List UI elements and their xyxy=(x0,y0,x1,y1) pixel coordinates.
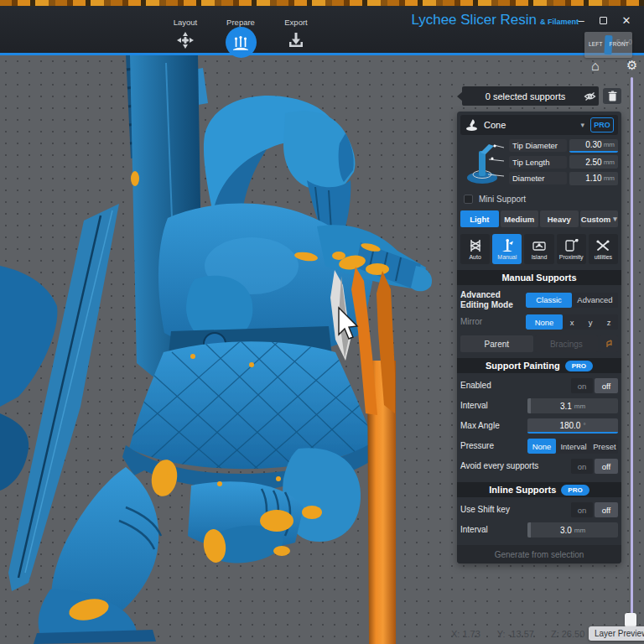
selected-supports-count: 0 selected supports xyxy=(470,91,580,101)
use-shift-label: Use Shift key xyxy=(460,505,571,515)
pro-badge: PRO xyxy=(561,485,589,496)
diameter-input[interactable]: 1.10mm xyxy=(569,172,618,185)
support-diagram xyxy=(460,138,509,186)
mirror-label: Mirror xyxy=(460,317,526,327)
max-angle-input[interactable]: 180.0° xyxy=(527,418,618,434)
viewcube-left-label: LEFT xyxy=(589,41,603,47)
enabled-label: Enabled xyxy=(460,381,571,391)
editing-classic-button[interactable]: Classic xyxy=(526,293,572,308)
tab-layout[interactable]: Layout xyxy=(166,18,205,50)
max-angle-label: Max Angle xyxy=(460,421,527,431)
pressure-row: Pressure None Interval Preset xyxy=(460,439,618,454)
close-button[interactable]: ✕ xyxy=(619,13,634,28)
tab-prepare[interactable]: Prepare xyxy=(221,18,260,56)
tab-prepare-label: Prepare xyxy=(226,18,255,27)
bracings-settings-button[interactable] xyxy=(600,335,618,352)
inline-interval-input[interactable]: 3.0mm xyxy=(527,522,618,538)
coord-x: X: 1.73 xyxy=(451,629,480,639)
prepare-supports-icon xyxy=(227,29,255,56)
app-title: Lychee Slicer Resin& Filament xyxy=(411,12,579,29)
weight-medium-button[interactable]: Medium xyxy=(501,210,539,227)
caret-down-icon: ▾ xyxy=(580,121,584,129)
gear-icon: ⚙ xyxy=(626,58,637,72)
generate-from-selection-button[interactable]: Generate from selection xyxy=(457,545,621,564)
tab-export-label: Export xyxy=(284,18,307,27)
pressure-none-button[interactable]: None xyxy=(527,439,556,454)
pressure-segment: None Interval Preset xyxy=(527,439,618,454)
weight-custom-button[interactable]: Custom▾ xyxy=(580,210,619,227)
pressure-preset-button[interactable]: Preset xyxy=(591,439,618,454)
shift-off-button[interactable]: off xyxy=(595,502,618,517)
enabled-on-button[interactable]: on xyxy=(571,378,593,393)
viewcube-front-label: FRONT xyxy=(610,41,629,47)
mini-support-checkbox[interactable] xyxy=(464,195,473,204)
mirror-x-button[interactable]: x xyxy=(563,314,581,330)
mode-tabs: Layout Prepare Export xyxy=(166,18,315,56)
mirror-z-button[interactable]: z xyxy=(600,314,618,330)
cone-icon xyxy=(465,118,479,132)
tip-diameter-row: Tip Diameter 0.30mm xyxy=(509,138,618,153)
painting-interval-row: Interval 3.1mm xyxy=(460,398,618,413)
drag-handle[interactable] xyxy=(527,398,531,413)
maximize-button[interactable] xyxy=(595,13,610,28)
inline-supports-title: Inline Supports PRO xyxy=(457,482,621,497)
bracings-button[interactable]: Bracings xyxy=(535,335,598,352)
tip-parameters: Tip Diameter 0.30mm Tip Length 2.50mm Di… xyxy=(460,138,618,186)
tool-manual-button[interactable]: Manual xyxy=(492,234,522,264)
supports-panel: 0 selected supports Cone ▾ PRO xyxy=(457,86,621,564)
home-view-button[interactable]: ⌂ xyxy=(591,60,600,73)
settings-button[interactable]: ⚙ xyxy=(626,59,637,71)
painting-interval-input[interactable]: 3.1mm xyxy=(527,398,618,413)
delete-supports-button[interactable] xyxy=(603,88,621,104)
pro-badge: PRO xyxy=(565,361,593,371)
tab-export[interactable]: Export xyxy=(277,18,315,50)
mirror-y-button[interactable]: y xyxy=(581,314,600,330)
home-icon: ⌂ xyxy=(591,59,600,73)
maximize-icon xyxy=(600,17,607,24)
mirror-none-button[interactable]: None xyxy=(526,314,563,330)
diameter-label: Diameter xyxy=(509,172,567,184)
selected-supports-bar: 0 selected supports xyxy=(462,86,599,106)
island-detection-icon xyxy=(532,239,547,252)
avoid-on-button[interactable]: on xyxy=(571,459,593,474)
drag-handle[interactable] xyxy=(527,522,531,538)
support-painting-title: Support Painting PRO xyxy=(457,358,621,373)
support-tip-type-select[interactable]: Cone ▾ PRO xyxy=(460,115,618,135)
enabled-toggle: on off xyxy=(571,378,618,393)
tool-auto-button[interactable]: Auto xyxy=(460,234,490,264)
tip-diameter-input[interactable]: 0.30mm xyxy=(569,139,618,153)
use-shift-toggle: on off xyxy=(571,502,618,517)
pressure-interval-button[interactable]: Interval xyxy=(556,439,591,454)
tip-length-input[interactable]: 2.50mm xyxy=(569,155,618,169)
layer-slider-handle[interactable] xyxy=(625,613,636,627)
weight-light-button[interactable]: Light xyxy=(460,210,499,227)
tip-length-row: Tip Length 2.50mm xyxy=(509,155,618,169)
mini-support-row: Mini Support xyxy=(460,192,618,205)
layout-move-icon xyxy=(175,30,195,50)
avoid-off-button[interactable]: off xyxy=(595,459,618,474)
mini-support-label: Mini Support xyxy=(479,195,526,204)
bracings-settings-icon xyxy=(605,339,614,349)
tool-utilities-button[interactable]: utilities xyxy=(589,234,618,264)
hide-supports-button[interactable] xyxy=(580,88,599,104)
minimize-button[interactable]: – xyxy=(574,13,589,28)
parent-bracings-row: Parent Bracings xyxy=(460,335,618,352)
tool-proximity-button[interactable]: Proximity xyxy=(557,234,586,264)
avoid-supports-row: Avoid every supports on off xyxy=(460,459,618,474)
inline-interval-label: Interval xyxy=(460,525,527,535)
enabled-off-button[interactable]: off xyxy=(595,378,618,393)
pro-badge-button[interactable]: PRO xyxy=(590,117,614,132)
tool-island-button[interactable]: Island xyxy=(524,234,553,264)
weight-heavy-button[interactable]: Heavy xyxy=(540,210,579,227)
tip-diameter-label: Tip Diameter xyxy=(509,139,567,152)
view-cube[interactable]: LEFT FRONT xyxy=(584,32,632,58)
utilities-wrench-icon xyxy=(595,239,610,252)
editing-advanced-button[interactable]: Advanced xyxy=(572,293,618,308)
shift-on-button[interactable]: on xyxy=(571,502,593,517)
advanced-editing-label: Advanced Editing Mode xyxy=(460,290,526,309)
layer-slider-track[interactable] xyxy=(631,77,633,625)
close-icon: ✕ xyxy=(622,14,631,27)
parent-button[interactable]: Parent xyxy=(460,335,533,352)
avoid-toggle: on off xyxy=(571,459,618,474)
eye-off-icon xyxy=(584,91,596,101)
